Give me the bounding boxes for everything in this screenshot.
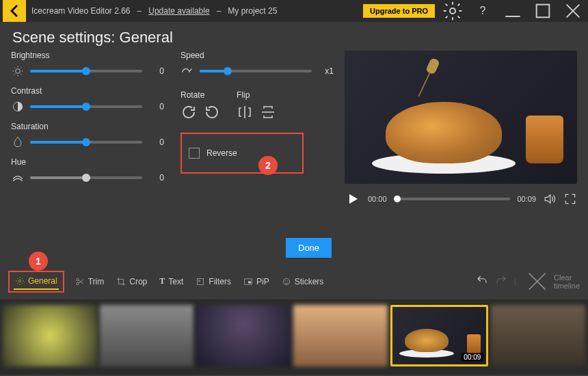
filters-icon — [196, 277, 205, 286]
page-title: Scene settings: General — [0, 22, 588, 51]
hue-label: Hue — [11, 157, 164, 167]
current-time: 00:00 — [368, 195, 387, 203]
general-highlight-box: 1 General — [8, 271, 64, 293]
rotate-cw-icon — [181, 104, 197, 120]
timeline[interactable]: 00:09 — [0, 299, 588, 375]
volume-icon — [543, 192, 557, 206]
done-button[interactable]: Done — [286, 238, 332, 258]
close-icon — [561, 0, 585, 22]
svg-point-5 — [76, 278, 79, 281]
saturation-label: Saturation — [11, 122, 164, 131]
undo-button[interactable] — [476, 274, 488, 288]
minimize-button[interactable] — [500, 0, 525, 22]
rotate-group: Rotate — [181, 90, 220, 120]
scissors-icon — [75, 277, 85, 286]
svg-point-11 — [283, 278, 289, 284]
crop-icon — [116, 277, 126, 286]
brightness-group: Brightness 0 — [11, 51, 164, 78]
main-area: Brightness 0 Contrast 0 Saturation — [0, 51, 588, 235]
gear-icon — [440, 0, 465, 22]
back-button[interactable] — [3, 0, 26, 22]
hue-value: 0 — [148, 173, 164, 183]
flip-vertical-icon — [260, 104, 276, 120]
svg-point-6 — [76, 282, 79, 285]
svg-point-12 — [284, 280, 285, 281]
update-available-link[interactable]: Update available — [148, 6, 209, 16]
reverse-label: Reverse — [206, 148, 237, 158]
tab-crop[interactable]: Crop — [115, 274, 148, 289]
flip-horizontal-button[interactable] — [237, 104, 253, 120]
hue-icon — [11, 171, 25, 185]
callout-1: 1 — [29, 252, 48, 271]
close-button[interactable] — [561, 0, 585, 22]
contrast-label: Contrast — [11, 86, 164, 96]
settings-right-col: Speed x1 Rotate Flip — [181, 51, 334, 235]
flip-horizontal-icon — [237, 104, 253, 120]
rotate-label: Rotate — [181, 90, 220, 100]
rotate-ccw-button[interactable] — [204, 104, 220, 120]
volume-button[interactable] — [543, 192, 557, 206]
svg-point-13 — [287, 280, 288, 281]
tab-stickers[interactable]: Stickers — [280, 274, 325, 289]
titlebar: Icecream Video Editor 2.66 – Update avai… — [0, 0, 588, 22]
svg-rect-1 — [537, 5, 550, 18]
reverse-checkbox[interactable] — [189, 148, 200, 159]
tab-general[interactable]: General — [14, 273, 59, 290]
saturation-group: Saturation 0 — [11, 122, 164, 149]
timeline-clip[interactable] — [491, 305, 585, 366]
speed-icon — [181, 64, 194, 78]
flip-group: Flip — [237, 90, 276, 120]
pip-icon — [243, 277, 253, 286]
fullscreen-button[interactable] — [563, 192, 577, 206]
settings-button[interactable] — [440, 0, 465, 22]
timeline-clip[interactable] — [100, 305, 194, 366]
contrast-slider[interactable] — [30, 105, 142, 108]
svg-point-4 — [18, 280, 21, 282]
stickers-icon — [282, 277, 291, 286]
play-button[interactable] — [345, 191, 361, 207]
done-row: Done — [0, 235, 588, 263]
brightness-slider[interactable] — [30, 70, 142, 72]
timeline-clip[interactable] — [293, 305, 388, 366]
saturation-slider[interactable] — [30, 141, 142, 144]
settings-columns: Brightness 0 Contrast 0 Saturation — [11, 51, 334, 235]
gear-icon — [15, 276, 25, 286]
maximize-button[interactable] — [531, 0, 555, 22]
reverse-highlight-box: Reverse 2 — [181, 133, 304, 174]
tab-trim[interactable]: Trim — [74, 274, 106, 289]
minimize-icon — [500, 0, 525, 22]
player-bar: 00:00 00:09 — [345, 191, 577, 207]
brightness-label: Brightness — [11, 51, 164, 60]
play-icon — [345, 191, 361, 207]
fullscreen-icon — [563, 192, 577, 206]
contrast-icon — [11, 100, 25, 113]
brightness-value: 0 — [148, 66, 164, 76]
speed-slider[interactable] — [200, 70, 312, 72]
rotate-flip-row: Rotate Flip — [181, 90, 334, 120]
speed-label: Speed — [181, 51, 334, 60]
timeline-clip-selected[interactable]: 00:09 — [390, 305, 489, 366]
duration-time: 00:09 — [517, 195, 536, 203]
svg-rect-7 — [198, 278, 204, 284]
tabs-bar: 1 General Trim Crop TText Filters PiP St… — [0, 263, 588, 299]
timeline-clip[interactable] — [196, 305, 291, 366]
redo-icon — [495, 274, 507, 286]
progress-bar[interactable] — [394, 198, 511, 200]
tab-pip[interactable]: PiP — [242, 274, 271, 289]
text-icon: T — [159, 276, 165, 286]
upgrade-pro-button[interactable]: Upgrade to PRO — [363, 4, 435, 18]
tab-text[interactable]: TText — [158, 273, 185, 289]
x-icon — [523, 267, 551, 295]
rotate-cw-button[interactable] — [181, 104, 197, 120]
hue-slider[interactable] — [30, 176, 142, 179]
flip-label: Flip — [237, 90, 276, 100]
clear-timeline-button[interactable]: Clear timeline — [523, 267, 580, 295]
flip-vertical-button[interactable] — [260, 104, 276, 120]
timeline-clip[interactable] — [3, 305, 97, 366]
tab-filters[interactable]: Filters — [194, 274, 232, 289]
maximize-icon — [531, 0, 555, 22]
project-name: My project 25 — [228, 6, 277, 16]
redo-button[interactable] — [495, 274, 507, 288]
speed-group: Speed x1 — [181, 51, 334, 78]
help-button[interactable]: ? — [470, 0, 495, 22]
